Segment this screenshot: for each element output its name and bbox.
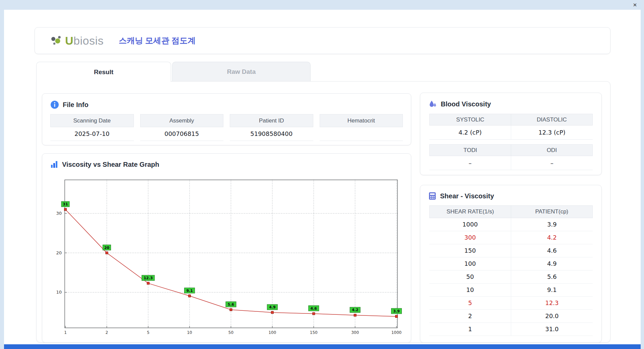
graph-title: Viscosity vs Shear Rate Graph xyxy=(62,161,159,168)
svg-text:4.2: 4.2 xyxy=(352,308,359,312)
shear-viscosity-table: SHEAR RATE(1/s) PATIENT(cp) 1000 3.9 300… xyxy=(429,205,593,336)
patient-cell: 9.1 xyxy=(511,284,593,297)
svg-text:31: 31 xyxy=(63,202,68,206)
shear-rate-cell: 100 xyxy=(429,257,511,270)
patient-column-header: PATIENT(cp) xyxy=(511,205,593,218)
svg-text:1000: 1000 xyxy=(391,330,402,335)
shear-table-row: 300 4.2 xyxy=(429,231,593,244)
ubiosis-logo-icon xyxy=(50,35,62,47)
svg-text:300: 300 xyxy=(351,330,359,335)
patient-cell: 5.6 xyxy=(511,270,593,284)
ubiosis-logo: Ubiosis xyxy=(50,34,104,47)
viscosity-chart: 10203012510501001503001000312012.39.15.6… xyxy=(44,171,406,339)
shear-viscosity-header: Shear - Viscosity xyxy=(428,192,601,200)
table-gap xyxy=(429,140,593,144)
svg-text:10: 10 xyxy=(187,330,192,335)
svg-text:10: 10 xyxy=(56,290,62,295)
bar-chart-icon xyxy=(50,160,58,168)
shear-table-row: 50 5.6 xyxy=(429,270,593,284)
field-label: Patient ID xyxy=(230,114,313,127)
shear-table-row: 2 20.0 xyxy=(429,310,593,323)
close-icon[interactable]: ✕ xyxy=(631,1,639,9)
shear-table-row: 1 31.0 xyxy=(429,323,593,336)
bottom-bar xyxy=(4,344,641,349)
field-value: 2025-07-10 xyxy=(50,127,134,141)
systolic-value: 4.2 (cP) xyxy=(429,126,511,140)
app-window: ✕ Ubiosis 스캐닝 모세관 점도계 Raw Data Result Fi… xyxy=(0,0,644,349)
shear-rate-cell: 1 xyxy=(429,323,511,336)
calculator-icon xyxy=(428,192,436,200)
shear-rate-cell: 2 xyxy=(429,310,511,323)
diastolic-header: DIASTOLIC xyxy=(511,114,593,126)
field-label: Scanning Date xyxy=(50,114,134,127)
blood-viscosity-card: Blood Viscosity SYSTOLIC DIASTOLIC 4.2 (… xyxy=(420,93,602,175)
field-scanning-date: Scanning Date 2025-07-10 xyxy=(50,114,134,141)
patient-cell: 4.2 xyxy=(511,231,593,244)
file-info-card: File Info Scanning Date 2025-07-10 Assem… xyxy=(42,93,411,145)
shear-viscosity-title: Shear - Viscosity xyxy=(440,192,494,200)
odi-header: ODI xyxy=(511,144,593,156)
svg-text:50: 50 xyxy=(228,330,233,335)
systolic-header: SYSTOLIC xyxy=(429,114,511,126)
shear-table-row: 1000 3.9 xyxy=(429,218,593,231)
shear-viscosity-card: Shear - Viscosity SHEAR RATE(1/s) PATIEN… xyxy=(420,185,602,343)
shear-rate-cell: 150 xyxy=(429,244,511,257)
shear-table-row: 100 4.9 xyxy=(429,257,593,270)
logo-text-u: U xyxy=(65,34,73,47)
svg-text:4.9: 4.9 xyxy=(269,305,276,309)
graph-header: Viscosity vs Shear Rate Graph xyxy=(50,160,411,168)
field-patient-id: Patient ID 51908580400 xyxy=(230,114,313,141)
field-label: Hematocrit xyxy=(320,114,403,127)
header-card: Ubiosis 스캐닝 모세관 점도계 xyxy=(35,27,610,54)
blood-viscosity-header: Blood Viscosity xyxy=(428,100,601,108)
svg-text:5: 5 xyxy=(147,330,150,335)
page-title: 스캐닝 모세관 점도계 xyxy=(119,35,196,46)
viscosity-graph-card: Viscosity vs Shear Rate Graph 1020301251… xyxy=(42,153,411,343)
odi-value: – xyxy=(511,156,593,170)
file-info-title: File Info xyxy=(63,101,89,109)
diastolic-value: 12.3 (cP) xyxy=(511,126,593,140)
file-info-header: File Info xyxy=(50,100,411,109)
patient-cell: 3.9 xyxy=(511,218,593,231)
tab-raw-data[interactable]: Raw Data xyxy=(172,62,311,82)
table-row: – – xyxy=(429,156,593,170)
shear-rate-cell: 300 xyxy=(429,231,511,244)
svg-text:9.1: 9.1 xyxy=(186,289,193,293)
shear-table-row: 150 4.6 xyxy=(429,244,593,257)
svg-text:4.6: 4.6 xyxy=(311,306,317,311)
table-row: SYSTOLIC DIASTOLIC xyxy=(429,114,593,126)
shear-table-row: 5 12.3 xyxy=(429,297,593,310)
blood-viscosity-title: Blood Viscosity xyxy=(441,100,491,108)
tab-result[interactable]: Result xyxy=(36,62,171,82)
todi-header: TODI xyxy=(429,144,511,156)
svg-text:5.6: 5.6 xyxy=(228,302,234,307)
field-hematocrit: Hematocrit xyxy=(320,114,403,141)
table-row: 4.2 (cP) 12.3 (cP) xyxy=(429,126,593,140)
field-value: 51908580400 xyxy=(230,127,313,141)
shear-rate-cell: 1000 xyxy=(429,218,511,231)
table-row: TODI ODI xyxy=(429,144,593,156)
droplet-icon xyxy=(428,100,437,108)
svg-text:12.3: 12.3 xyxy=(144,276,153,280)
svg-text:3.9: 3.9 xyxy=(393,309,400,313)
file-info-fields: Scanning Date 2025-07-10 Assembly 000706… xyxy=(50,114,403,141)
svg-text:1: 1 xyxy=(64,330,67,335)
todi-value: – xyxy=(429,156,511,170)
patient-cell: 4.9 xyxy=(511,257,593,270)
shear-rate-cell: 50 xyxy=(429,270,511,284)
shear-rate-cell: 10 xyxy=(429,284,511,297)
svg-text:150: 150 xyxy=(310,330,318,335)
logo-text-rest: biosis xyxy=(73,34,104,47)
info-icon xyxy=(50,100,59,109)
svg-text:20: 20 xyxy=(104,246,110,250)
patient-cell: 31.0 xyxy=(511,323,593,336)
shear-table-row: 10 9.1 xyxy=(429,284,593,297)
patient-cell: 4.6 xyxy=(511,244,593,257)
patient-cell: 20.0 xyxy=(511,310,593,323)
field-value: 000706815 xyxy=(140,127,224,141)
table-header-row: SHEAR RATE(1/s) PATIENT(cp) xyxy=(429,205,593,218)
field-label: Assembly xyxy=(140,114,224,127)
svg-text:2: 2 xyxy=(106,330,108,335)
field-value xyxy=(320,127,403,141)
logo-text: Ubiosis xyxy=(65,34,104,47)
